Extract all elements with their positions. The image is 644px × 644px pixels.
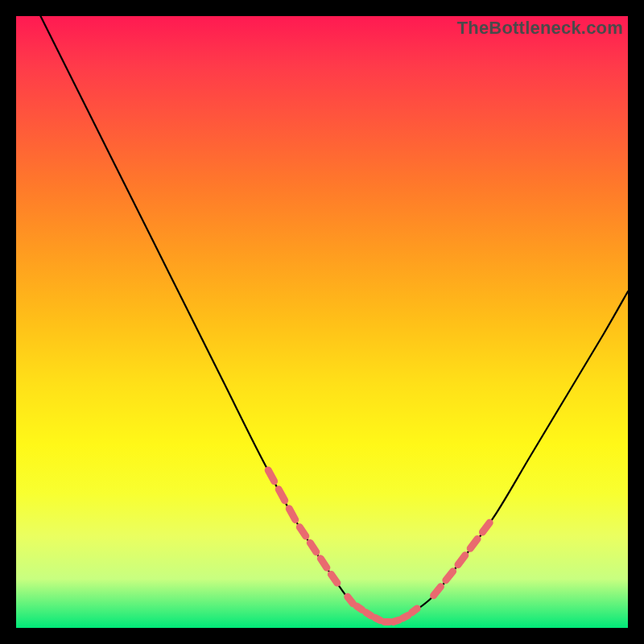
- chart-frame: TheBottleneck.com: [0, 0, 644, 644]
- curve-layer: [16, 16, 628, 628]
- plot-area: TheBottleneck.com: [16, 16, 628, 628]
- bottleneck-curve: [40, 16, 628, 622]
- axis-left-border: [0, 0, 16, 644]
- axis-bottom-border: [0, 628, 644, 644]
- highlight-dashes: [268, 470, 489, 621]
